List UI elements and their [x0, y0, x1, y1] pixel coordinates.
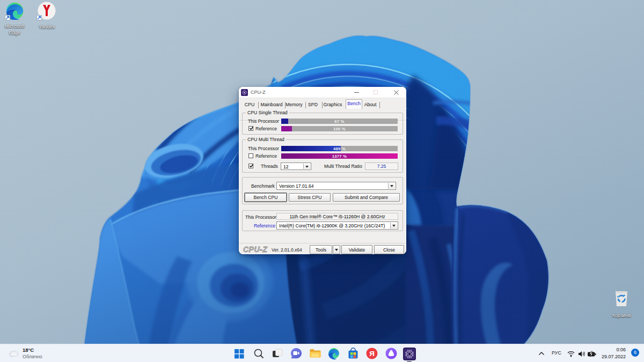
svg-text:Я: Я [369, 350, 375, 358]
